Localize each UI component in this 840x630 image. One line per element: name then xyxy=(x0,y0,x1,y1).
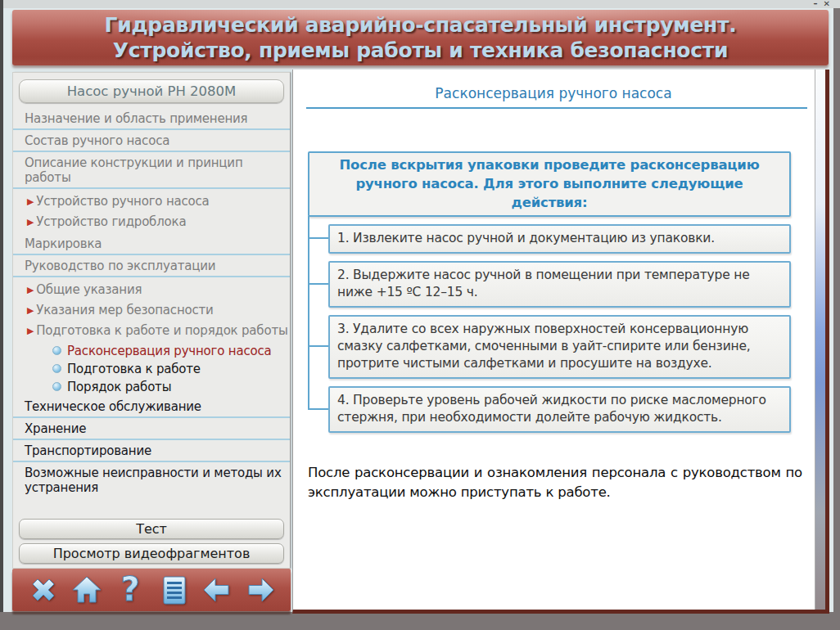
forward-icon xyxy=(244,574,277,606)
home-icon xyxy=(70,574,103,606)
sidebar-item[interactable]: Описание конструкции и принцип работы xyxy=(13,154,290,189)
red-arrow-icon: ▶ xyxy=(27,195,34,209)
step-row: 1. Извлеките насос ручной и документацию… xyxy=(308,224,791,254)
sidebar-item-active[interactable]: Расконсервация ручного насоса xyxy=(13,344,290,358)
step-row: 2. Выдержите насос ручной в помещении пр… xyxy=(308,261,791,308)
video-button[interactable]: Просмотр видеофрагментов xyxy=(19,543,284,564)
step-box: 4. Проверьте уровень рабочей жидкости по… xyxy=(328,386,791,433)
sidebar-item[interactable]: Возможные неисправности и методы их устр… xyxy=(13,465,290,496)
sidebar-item-label: Общие указания xyxy=(36,282,142,297)
forward-button[interactable] xyxy=(244,574,277,606)
step-box: 3. Удалите со всех наружных поверхностей… xyxy=(328,315,791,379)
sidebar-item[interactable]: Назначение и область применения xyxy=(13,110,290,130)
home-button[interactable] xyxy=(70,574,103,606)
page-title: Расконсервация ручного насоса xyxy=(306,85,801,101)
minimize-button[interactable]: – xyxy=(814,0,818,8)
sidebar-item[interactable]: ▶Подготовка к работе и порядок работы xyxy=(13,323,290,339)
bullet-icon xyxy=(52,364,61,373)
sidebar-item[interactable]: ▶Общие указания xyxy=(13,282,290,298)
test-button[interactable]: Тест xyxy=(19,519,284,539)
footer-paragraph: После расконсервации и ознакомления перс… xyxy=(308,463,802,502)
sidebar-item[interactable]: Транспортирование xyxy=(13,442,290,462)
steps-flowchart: 1. Извлеките насос ручной и документацию… xyxy=(308,224,791,433)
svg-text:?: ? xyxy=(120,574,139,606)
sidebar-item[interactable]: Состав ручного насоса xyxy=(13,132,290,152)
red-arrow-icon: ▶ xyxy=(27,283,34,298)
intro-box: После вскрытия упаковки проведите раскон… xyxy=(308,151,791,217)
sidebar-menu: Назначение и область примененияСостав ру… xyxy=(13,110,290,496)
app-window: Гидравлический аварийно-спасательный инс… xyxy=(3,8,833,612)
step-row: 4. Проверьте уровень рабочей жидкости по… xyxy=(308,386,791,433)
content-area: Расконсервация ручного насоса После вскр… xyxy=(292,70,829,614)
sidebar-item-label: Подготовка к работе и порядок работы xyxy=(36,323,287,338)
app-title-line2: Устройство, приемы работы и техника безо… xyxy=(113,38,728,63)
sidebar-item[interactable]: Маркировка xyxy=(13,235,290,255)
step-box: 2. Выдержите насос ручной в помещении пр… xyxy=(328,261,791,308)
sidebar-item[interactable]: Подготовка к работе xyxy=(13,362,290,376)
back-button[interactable] xyxy=(201,574,233,606)
close-button[interactable]: ✕ xyxy=(824,0,830,8)
sidebar-item-label: Указания мер безопасности xyxy=(36,303,213,317)
bullet-icon xyxy=(52,346,61,355)
sidebar-item-label: Устройство гидроблока xyxy=(36,214,186,229)
help-button[interactable]: ? xyxy=(114,574,147,606)
red-arrow-icon: ▶ xyxy=(27,304,34,318)
bullet-icon xyxy=(52,382,61,391)
sidebar-item[interactable]: Хранение xyxy=(13,420,290,440)
step-row: 3. Удалите со всех наружных поверхностей… xyxy=(308,315,791,379)
contents-icon xyxy=(157,574,190,606)
red-arrow-icon: ▶ xyxy=(27,324,34,339)
sidebar-item[interactable]: ▶Устройство гидроблока xyxy=(13,214,290,230)
sidebar-bottom-buttons: Тест Просмотр видеофрагментов xyxy=(13,515,290,564)
contents-button[interactable] xyxy=(157,574,190,606)
exit-button[interactable] xyxy=(27,574,60,606)
sidebar-item[interactable]: Руководство по эксплуатации xyxy=(13,257,290,277)
sidebar-item[interactable]: Порядок работы xyxy=(13,380,290,394)
red-arrow-icon: ▶ xyxy=(27,215,34,230)
navigation-sidebar: Насос ручной РН 2080М Назначение и облас… xyxy=(12,72,291,569)
window-left-edge xyxy=(0,0,3,612)
exit-icon xyxy=(27,574,60,606)
app-title-line1: Гидравлический аварийно-спасательный инс… xyxy=(105,12,737,38)
title-rule xyxy=(306,107,807,109)
scrollbar-strip[interactable] xyxy=(815,70,825,610)
device-title-button[interactable]: Насос ручной РН 2080М xyxy=(19,79,284,103)
bottom-toolbar: ? xyxy=(12,569,291,611)
help-icon: ? xyxy=(114,574,147,606)
sidebar-item-label: Порядок работы xyxy=(67,380,171,394)
sidebar-item[interactable]: Техническое обслуживание xyxy=(13,398,290,418)
sidebar-item[interactable]: ▶Устройство ручного насоса xyxy=(13,194,290,209)
sidebar-item[interactable]: ▶Указания мер безопасности xyxy=(13,303,290,318)
back-icon xyxy=(201,574,233,606)
app-header: Гидравлический аварийно-спасательный инс… xyxy=(12,10,829,65)
os-titlebar: – ✕ xyxy=(0,0,840,8)
step-box: 1. Извлеките насос ручной и документацию… xyxy=(328,224,791,254)
sidebar-item-label: Подготовка к работе xyxy=(67,362,201,376)
sidebar-item-label: Устройство ручного насоса xyxy=(36,194,209,209)
desktop-backdrop: { "window": { "minimize_label": "–", "cl… xyxy=(0,0,840,630)
sidebar-item-label: Расконсервация ручного насоса xyxy=(67,344,271,358)
